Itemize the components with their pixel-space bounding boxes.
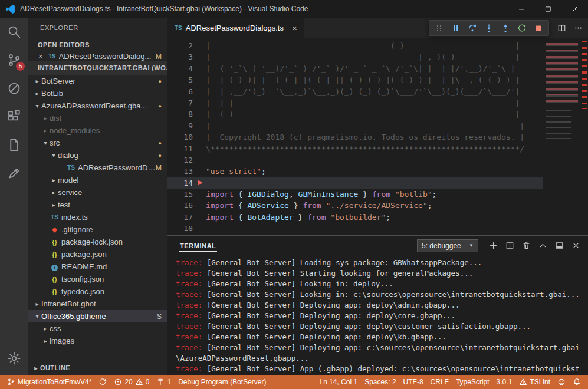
search-activity-button[interactable] bbox=[0, 18, 28, 46]
line-number[interactable]: 16 bbox=[167, 200, 193, 211]
line-number[interactable]: 18 bbox=[167, 223, 193, 234]
status-typescript-version[interactable]: 3.0.1 bbox=[493, 375, 516, 389]
overview-ruler[interactable] bbox=[581, 38, 588, 235]
status-encoding[interactable]: UTF-8 bbox=[400, 375, 427, 389]
extensions-activity-button[interactable] bbox=[0, 103, 28, 131]
code-line[interactable]: 10| Copyright 2018 (c) pragmatismo.io. T… bbox=[167, 131, 543, 143]
status-feedback[interactable] bbox=[554, 375, 569, 389]
tree-item-botlib[interactable]: ▸BotLib bbox=[28, 87, 167, 100]
terminal-tab[interactable]: TERMINAL bbox=[179, 240, 217, 252]
tree-item-botserver[interactable]: ▸BotServer● bbox=[28, 75, 167, 87]
tree-item-package-json[interactable]: {}package.json bbox=[28, 248, 167, 261]
code-line[interactable]: 13"use strict"; bbox=[167, 166, 543, 177]
tree-item-css[interactable]: ▸css bbox=[28, 322, 167, 335]
tree-item-images[interactable]: ▸images bbox=[28, 335, 167, 347]
status-tasks[interactable]: 1 bbox=[153, 375, 175, 389]
code-line[interactable]: 6| | ,__/'(_) `\__,_)`\__,_)(_) (_) (_)`… bbox=[167, 86, 543, 97]
line-number[interactable]: 15 bbox=[167, 189, 193, 200]
code-line[interactable]: 17import { BotAdapter } from "botbuilder… bbox=[167, 212, 543, 223]
line-number[interactable]: 5 bbox=[167, 74, 193, 85]
code-line[interactable]: 11\*************************************… bbox=[167, 143, 543, 154]
tree-item-package-lock-json[interactable]: {}package-lock.json bbox=[28, 236, 167, 248]
maximize-panel-button[interactable] bbox=[535, 238, 550, 253]
line-number[interactable]: 8 bbox=[167, 108, 193, 120]
tree-item-azureadpasswordreset-gba[interactable]: ▾AzureADPasswordReset.gba...● bbox=[28, 100, 167, 112]
drag-grip[interactable] bbox=[431, 21, 448, 35]
terminal-output[interactable]: trace: [General Bot Server] Loading sys … bbox=[167, 255, 588, 375]
tree-item-node-modules[interactable]: ▸node_modules bbox=[28, 124, 167, 137]
tree-item-service[interactable]: ▸service bbox=[28, 186, 167, 199]
more-actions-button[interactable] bbox=[570, 21, 586, 36]
terminal-selector[interactable]: 5: debuggee ▼ bbox=[417, 239, 478, 252]
code-line[interactable]: 3| _ _ _ __ _ _ __ _ ___ ___ _ | ,_)(_) … bbox=[167, 51, 543, 62]
workspace-folder-header[interactable]: INTRANETBOTQUICKSTART.GBAI (WO... bbox=[28, 61, 167, 75]
open-editor-item[interactable]: ×TSADResetPasswordDialog...M bbox=[28, 52, 167, 61]
maximize-button[interactable] bbox=[535, 0, 561, 18]
tree-item-model[interactable]: ▸model bbox=[28, 174, 167, 186]
tree-item-index-ts[interactable]: TSindex.ts bbox=[28, 211, 167, 223]
code-line[interactable]: 8| (_) | bbox=[167, 108, 543, 120]
code-line[interactable]: 7| | | | bbox=[167, 97, 543, 108]
stop-button[interactable] bbox=[530, 21, 547, 35]
source-control-activity-button[interactable]: 5 bbox=[0, 46, 28, 74]
close-icon[interactable]: × bbox=[38, 52, 43, 61]
code-line[interactable]: 14 bbox=[167, 177, 543, 189]
tree-item-gitignore[interactable]: ◆.gitignore bbox=[28, 223, 167, 236]
status-language-mode[interactable]: TypeScript bbox=[452, 375, 493, 389]
step-over-button[interactable] bbox=[464, 21, 481, 35]
tree-item-tsconfig-json[interactable]: {}tsconfig.json bbox=[28, 273, 167, 285]
tree-item-readme-md[interactable]: iREADME.md bbox=[28, 261, 167, 273]
move-panel-button[interactable] bbox=[551, 238, 567, 253]
step-into-button[interactable] bbox=[481, 21, 497, 35]
code-line[interactable]: 16import { ADService } from "../service/… bbox=[167, 200, 543, 211]
status-scm-branch[interactable]: MigrationToBotFmwV4* bbox=[4, 375, 95, 389]
tree-item-src[interactable]: ▾src● bbox=[28, 137, 167, 149]
kill-terminal-button[interactable] bbox=[518, 238, 534, 253]
status-sync[interactable] bbox=[95, 375, 110, 389]
files-activity-button[interactable] bbox=[0, 131, 28, 159]
line-number[interactable]: 17 bbox=[167, 212, 193, 223]
line-number[interactable]: 3 bbox=[167, 51, 193, 62]
tree-item-typedoc-json[interactable]: {}typedoc.json bbox=[28, 285, 167, 298]
open-editors-header[interactable]: OPEN EDITORS bbox=[28, 38, 167, 52]
edit-activity-button[interactable] bbox=[0, 159, 28, 187]
tree-item-dist[interactable]: ▸dist bbox=[28, 112, 167, 124]
settings-activity-button[interactable] bbox=[0, 344, 28, 372]
line-number[interactable]: 7 bbox=[167, 97, 193, 108]
code-line[interactable]: 5| | (_) )| | ( (_| |( (_| || ( ) ( ) |(… bbox=[167, 74, 543, 85]
tab-close-icon[interactable]: × bbox=[292, 23, 297, 33]
restart-button[interactable] bbox=[514, 21, 530, 35]
close-button[interactable] bbox=[561, 0, 588, 18]
code-line[interactable]: 12 bbox=[167, 154, 543, 166]
split-terminal-button[interactable] bbox=[502, 238, 517, 253]
minimize-button[interactable] bbox=[508, 0, 535, 18]
status-debug-config[interactable]: Debug Program (BotServer) bbox=[175, 375, 270, 389]
line-number[interactable]: 14 bbox=[167, 177, 193, 189]
step-out-button[interactable] bbox=[497, 21, 514, 35]
outline-header[interactable]: ▸ OUTLINE bbox=[28, 361, 167, 375]
code-line[interactable]: 2| ( )_ _ | bbox=[167, 40, 543, 51]
new-terminal-button[interactable] bbox=[485, 238, 501, 253]
tree-item-dialog[interactable]: ▾dialog● bbox=[28, 149, 167, 161]
tree-item-intranetbot-gbot[interactable]: ▸IntranetBot.gbot bbox=[28, 298, 167, 310]
code-line[interactable]: 15import { IGBDialog, GBMinInstance } fr… bbox=[167, 189, 543, 200]
status-problems[interactable]: 200 bbox=[110, 375, 153, 389]
pause-button[interactable] bbox=[448, 21, 464, 35]
code-line[interactable]: 18 bbox=[167, 223, 543, 234]
tab-adresetpassworddialogs-ts[interactable]: TS ADResetPasswordDialogs.ts × bbox=[167, 18, 304, 38]
line-number[interactable]: 6 bbox=[167, 86, 193, 97]
status-indentation[interactable]: Spaces: 2 bbox=[361, 375, 399, 389]
code-editor[interactable]: 2| ( )_ _ |3| _ _ _ __ _ _ __ _ ___ ___ … bbox=[167, 38, 588, 235]
status-notifications[interactable] bbox=[569, 375, 584, 389]
line-number[interactable]: 2 bbox=[167, 40, 193, 51]
line-number[interactable]: 9 bbox=[167, 120, 193, 131]
line-number[interactable]: 13 bbox=[167, 166, 193, 177]
line-number[interactable]: 4 bbox=[167, 63, 193, 74]
code-line[interactable]: 4| ( '_`\ ( '__)/'_` ) /'_` )/' _ ` _ `\… bbox=[167, 63, 543, 74]
close-panel-button[interactable] bbox=[568, 238, 583, 253]
debug-activity-button[interactable] bbox=[0, 74, 28, 103]
minimap[interactable] bbox=[543, 38, 581, 235]
tree-item-test[interactable]: ▸test bbox=[28, 199, 167, 211]
status-tslint[interactable]: TSLint bbox=[515, 375, 554, 389]
line-number[interactable]: 10 bbox=[167, 131, 193, 143]
